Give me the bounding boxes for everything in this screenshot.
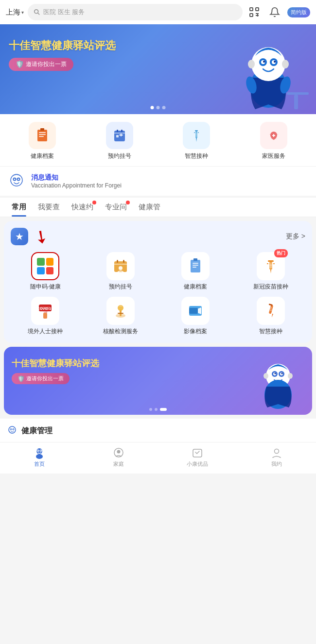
jingwai-jiezhong-label: 境外人士接种 xyxy=(28,328,63,336)
hesuan-jianche-icon-box xyxy=(106,297,135,325)
banner-title: 十佳智慧健康驿站评选 xyxy=(9,39,116,53)
jiankang-dangan-label: 健康档案 xyxy=(31,152,54,160)
svg-rect-51 xyxy=(191,260,200,272)
svg-point-101 xyxy=(38,450,38,451)
svg-rect-55 xyxy=(193,258,197,261)
foreign-vaccine-icon: COVID -19 COVID-19 xyxy=(36,302,54,320)
banner2-dot-2 xyxy=(155,408,158,411)
health-mgmt-icon xyxy=(7,425,18,436)
svg-point-41 xyxy=(11,174,22,186)
svg-point-107 xyxy=(274,449,279,454)
svg-point-50 xyxy=(119,266,123,270)
svg-rect-36 xyxy=(194,132,195,133)
svg-rect-59 xyxy=(273,263,275,264)
hot-badge: 热门 xyxy=(274,249,288,257)
svg-point-88 xyxy=(263,373,268,379)
health-mgmt-title: 健康管理 xyxy=(21,426,53,436)
yuyue-guahao-icon-box xyxy=(106,122,133,149)
svg-point-105 xyxy=(117,450,120,454)
svg-rect-27 xyxy=(114,131,125,141)
scan-icon xyxy=(248,6,260,18)
appointment-icon xyxy=(111,127,128,144)
health-management-section: 健康管理 xyxy=(0,419,316,442)
tab-woyaocha[interactable]: 我要查 xyxy=(32,198,66,217)
svg-rect-76 xyxy=(268,305,273,314)
svg-point-17 xyxy=(282,60,289,68)
svg-point-45 xyxy=(18,179,19,180)
svg-line-1 xyxy=(38,13,40,15)
mine-nav-icon xyxy=(270,446,283,459)
health-mgmt-header: 健康管理 xyxy=(7,425,309,436)
search-bar[interactable]: 医院 医生 服务 xyxy=(28,4,243,20)
svg-point-102 xyxy=(41,450,41,451)
tab-changyong-label: 常用 xyxy=(12,203,26,211)
quick-icon-zhihui-jiezhong[interactable]: 智慧接种 xyxy=(160,122,233,160)
header-icons: 简约版 xyxy=(246,4,310,20)
svg-rect-21 xyxy=(294,95,298,109)
compact-mode-button[interactable]: 简约版 xyxy=(287,7,310,17)
quick-icon-jiankang-dangan[interactable]: 健康档案 xyxy=(6,122,79,160)
jiankang-dangan-svc-label: 健康档案 xyxy=(184,283,207,291)
notification-button[interactable] xyxy=(267,4,282,20)
nav-family[interactable]: 家庭 xyxy=(79,446,158,468)
search-icon xyxy=(34,9,40,16)
service-jiankang-dangan[interactable]: 健康档案 xyxy=(161,252,230,291)
services-section: ★ 更多 > ➘ 随申码·健康 xyxy=(4,221,312,343)
svg-point-15 xyxy=(274,61,276,63)
banner-title-prefix: 十佳 xyxy=(9,39,30,51)
svg-rect-77 xyxy=(268,304,273,306)
nav-home[interactable]: 首页 xyxy=(0,446,79,468)
nav-xiaokang[interactable]: 小康优品 xyxy=(158,446,237,468)
tab-kuaisu-badge xyxy=(92,201,96,204)
second-banner[interactable]: 十佳智慧健康驿站评选 🛡️ 邀请你投出一票 xyxy=(4,347,312,415)
jiankang-dangan-icon-box xyxy=(29,122,56,149)
service-xinguan-jiezhong[interactable]: 热门 新冠疫苗接种 xyxy=(236,252,306,291)
service-jingwai-jiezhong[interactable]: COVID -19 COVID-19 境外人士接种 xyxy=(11,297,80,336)
svg-rect-3 xyxy=(256,8,259,11)
svg-rect-60 xyxy=(269,264,272,265)
xiaokang-nav-icon xyxy=(191,446,204,459)
svg-point-94 xyxy=(11,429,12,430)
service-yuyue-guahao[interactable]: 预约挂号 xyxy=(86,252,156,291)
location-button[interactable]: 上海 ▾ xyxy=(6,8,24,17)
svg-point-89 xyxy=(288,373,293,379)
tab-kuaisu-label: 快速约 xyxy=(71,203,93,211)
tab-jiankanguan[interactable]: 健康管 xyxy=(133,198,166,217)
notification-bar[interactable]: 消息通知 Vaccination Appointment for Forgei xyxy=(0,166,316,196)
banner2-text: 十佳智慧健康驿站评选 🛡️ 邀请你投出一票 xyxy=(12,357,99,384)
svg-rect-48 xyxy=(117,260,118,263)
services-header: ★ 更多 > xyxy=(11,228,305,245)
services-row-1: 随申码·健康 预约挂号 xyxy=(11,252,305,291)
quick-icons-grid: 健康档案 预约挂号 xyxy=(0,114,316,166)
quick-icon-yuyue-guahao[interactable]: 预约挂号 xyxy=(83,122,157,160)
chevron-down-icon: ▾ xyxy=(21,10,24,15)
svg-rect-20 xyxy=(287,92,309,95)
family-doctor-icon xyxy=(265,127,282,144)
banner2-subtitle-label: 邀请你投出一票 xyxy=(26,375,64,382)
banner-subtitle-button[interactable]: 🛡️ 邀请你投出一票 xyxy=(9,58,73,71)
tab-changyong[interactable]: 常用 xyxy=(6,198,32,217)
jingwai-jiezhong-icon-box: COVID -19 COVID-19 xyxy=(31,297,59,325)
scan-button[interactable] xyxy=(246,4,262,20)
tab-kuaisu[interactable]: 快速约 xyxy=(66,198,99,217)
service-yingxiang-dangan[interactable]: 影像档案 xyxy=(161,297,230,336)
smart-inject-icon xyxy=(262,302,280,320)
quick-icon-jiaye-fuwu[interactable]: 家医服务 xyxy=(237,122,311,160)
banner2-subtitle-button[interactable]: 🛡️ 邀请你投出一票 xyxy=(12,373,70,384)
tab-zhuanye[interactable]: 专业问 xyxy=(99,198,133,217)
nav-mine[interactable]: 我约 xyxy=(237,446,316,468)
services-more-button[interactable]: 更多 > xyxy=(286,232,305,241)
jiaye-fuwu-label: 家医服务 xyxy=(262,152,285,160)
main-banner[interactable]: 十佳智慧健康驿站评选 🛡️ 邀请你投出一票 xyxy=(0,24,316,114)
xinguan-jiezhong-icon-box: 热门 xyxy=(257,252,285,280)
location-label: 上海 xyxy=(6,8,20,17)
service-hesuan-jianche[interactable]: 核酸检测服务 xyxy=(86,297,156,336)
service-zhihui-jiezhong[interactable]: 智慧接种 xyxy=(236,297,306,336)
service-suishen-code[interactable]: 随申码·健康 xyxy=(11,252,80,291)
notif-text: Vaccination Appointment for Forgei xyxy=(31,182,309,189)
banner-title-suffix: 评选 xyxy=(94,39,116,51)
smart-vaccine-icon xyxy=(188,127,205,144)
svg-point-16 xyxy=(248,60,255,68)
home-nav-label: 首页 xyxy=(34,460,45,468)
svg-rect-4 xyxy=(250,14,253,17)
